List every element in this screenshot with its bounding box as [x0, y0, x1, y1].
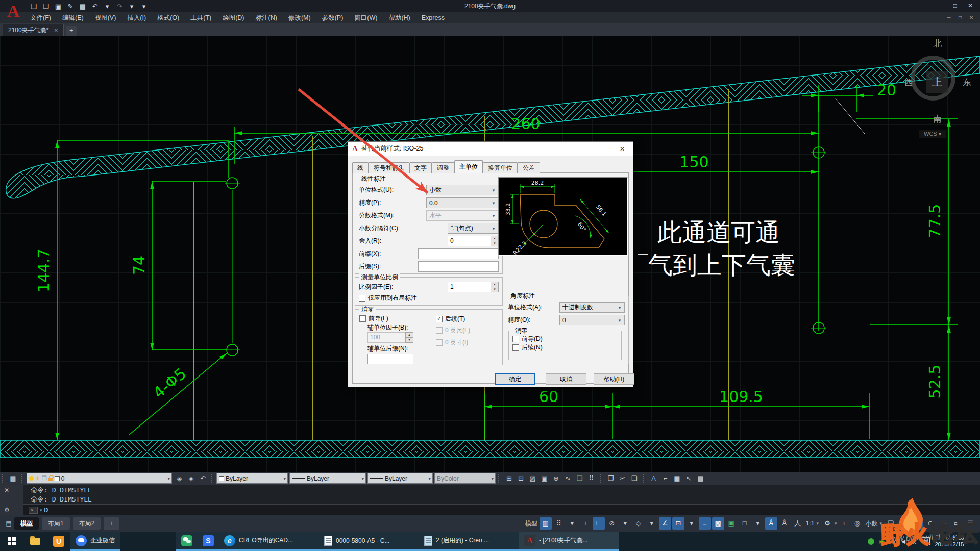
text-style-icon[interactable]: A [648, 473, 659, 484]
drawing-file-tab[interactable]: 2100夹手气囊* ✕ [3, 24, 64, 36]
viewcube-south[interactable]: 南 [933, 113, 942, 125]
annotation-visibility-icon[interactable]: Å [765, 517, 777, 530]
menu-item[interactable]: 绘图(D) [217, 12, 250, 23]
plot-icon[interactable]: ▤ [78, 3, 88, 10]
layout-only-checkbox[interactable] [359, 295, 365, 302]
otrack-icon[interactable]: ∠ [659, 517, 671, 530]
annotation-monitor-icon[interactable]: ❏ [885, 517, 897, 530]
polar-chevron-icon[interactable]: ▾ [619, 517, 631, 530]
orange-u-app-button[interactable]: U [47, 532, 70, 551]
nvidia-tray-icon[interactable]: ◉ [879, 538, 885, 545]
leading-zero-checkbox[interactable] [359, 315, 366, 322]
make-layer-current-icon[interactable]: ◈ [174, 473, 185, 484]
autocad-app-logo[interactable]: A [3, 1, 23, 22]
wecom-button[interactable]: 企业微信 [70, 532, 120, 551]
wcs-menu-button[interactable]: WCS ▾ [919, 130, 946, 138]
scale-factor-stepper[interactable]: 1▲▼ [448, 282, 499, 292]
layer-select[interactable]: ☀ ❐ 0 ▾ [27, 473, 172, 484]
viewcube-north[interactable]: 北 [933, 38, 942, 49]
ok-button[interactable]: 确定 [495, 373, 535, 385]
menu-item[interactable]: 文件(F) [24, 12, 57, 23]
graphics-performance-icon[interactable]: ◔ [911, 517, 923, 530]
tab-lines[interactable]: 线 [352, 162, 369, 173]
decimal-separator-select[interactable]: "."(句点)▾ [448, 223, 499, 234]
undo-menu-chevron[interactable]: ▾ [102, 3, 112, 10]
selection-cycling-icon[interactable]: ▣ [725, 517, 738, 530]
system-variable-monitor-icon[interactable]: ∿ [938, 517, 950, 530]
sheet-set-icon[interactable]: ❏ [574, 473, 585, 484]
ime-language-indicator[interactable]: 英 [911, 537, 917, 546]
geolocation-icon[interactable]: ⊕ [550, 473, 562, 484]
layer-properties-manager-icon[interactable]: ▤ [7, 473, 19, 484]
angular-trailing-checkbox[interactable] [512, 344, 519, 351]
close-button[interactable]: ✕ [963, 0, 978, 11]
paste-icon[interactable]: ❏ [628, 473, 640, 484]
layout-tabs-menu-icon[interactable]: ▤ [3, 520, 14, 527]
round-off-stepper[interactable]: 0▲▼ [448, 236, 499, 246]
redo-menu-chevron[interactable]: ▾ [127, 3, 137, 10]
tab-text[interactable]: 文字 [409, 162, 432, 173]
snap-chevron-icon[interactable]: ▾ [566, 517, 578, 530]
copy-with-basepoint-icon[interactable]: ❐ [605, 473, 617, 484]
ime-mode-icon[interactable]: ▦ [922, 537, 930, 545]
region-icon[interactable]: ▣ [538, 473, 550, 484]
osnap-chevron-icon[interactable]: ▾ [685, 517, 698, 530]
file-explorer-button[interactable] [23, 532, 47, 551]
dialog-title-bar[interactable]: A 替代当前样式: ISO-25 ✕ [348, 142, 633, 156]
lineweight-icon[interactable]: ≡ [699, 517, 711, 530]
annotation-autoscale-icon[interactable]: Å [778, 517, 791, 530]
tab-fit[interactable]: 调整 [432, 162, 454, 173]
ui-lock-icon[interactable]: ⊙ [924, 517, 937, 530]
transparency-icon[interactable]: ▩ [712, 517, 724, 530]
display-tray-icon[interactable]: ▭ [889, 538, 895, 545]
angular-precision-select[interactable]: 0▾ [559, 315, 625, 325]
menu-item[interactable]: 标注(N) [250, 12, 283, 23]
menu-item[interactable]: 编辑(E) [57, 12, 89, 23]
undo-icon[interactable]: ↶ [90, 3, 100, 10]
help-button[interactable]: 帮助(H) [594, 373, 634, 385]
new-file-icon[interactable]: ❑ [29, 3, 39, 10]
command-close-icon[interactable]: ✕ [4, 487, 9, 494]
save-icon[interactable]: ▣ [53, 3, 63, 10]
mleader-style-icon[interactable]: ↖ [683, 473, 695, 484]
tab-close-icon[interactable]: ✕ [54, 28, 58, 33]
volume-muted-icon[interactable]: ◄✕ [900, 538, 906, 545]
lineweight-select[interactable]: ByLayer▾ [368, 473, 433, 484]
menu-item[interactable]: 工具(T) [185, 12, 217, 23]
menu-item[interactable]: 帮助(H) [383, 12, 415, 23]
edge-window-button[interactable]: e CREO导出的CAD... [219, 532, 319, 551]
open-file-icon[interactable]: ❒ [41, 3, 51, 10]
viewcube-top-face[interactable]: 上 [926, 71, 948, 93]
annotation-scale-button[interactable]: 1:1▾ [806, 520, 819, 527]
menu-item[interactable]: 参数(P) [316, 12, 349, 23]
quick-select-icon[interactable]: ⊡ [515, 473, 527, 484]
ortho-icon[interactable]: ∟ [593, 517, 605, 530]
layer-previous-icon[interactable]: ↶ [197, 473, 209, 484]
tab-model[interactable]: 模型 [14, 517, 39, 530]
trailing-zero-checkbox[interactable] [436, 316, 443, 322]
snap-icon[interactable]: ⠿ [553, 517, 565, 530]
viewport-icon[interactable]: ⊞ [503, 473, 515, 484]
maximize-button[interactable]: □ [947, 0, 963, 11]
point-style-icon[interactable]: ⠿ [585, 473, 597, 484]
menu-item[interactable]: 窗口(W) [349, 12, 383, 23]
table-style-icon[interactable]: ▦ [671, 473, 683, 484]
tab-layout1[interactable]: 布局1 [42, 517, 70, 530]
isodraft-icon[interactable]: ◇ [632, 517, 645, 530]
tab-alternate-units[interactable]: 换算单位 [483, 162, 518, 173]
angular-format-select[interactable]: 十进制度数▾ [559, 302, 625, 313]
tray-overflow-icon[interactable]: ▭ [969, 538, 975, 545]
qat-customize-chevron[interactable]: ▾ [139, 3, 149, 10]
selection-chevron-icon[interactable]: ▾ [752, 517, 764, 530]
layer-match-icon[interactable]: ◈ [185, 473, 197, 484]
polar-tracking-icon[interactable]: ⊘ [606, 517, 618, 530]
menu-item[interactable]: 视图(V) [89, 12, 122, 23]
menu-item[interactable]: Express [416, 12, 450, 23]
precision-select[interactable]: 0.0▾ [426, 197, 499, 208]
hatch-icon[interactable]: ▨ [527, 473, 538, 484]
redo-icon[interactable]: ↷ [114, 3, 125, 10]
start-button[interactable] [0, 532, 23, 551]
cancel-button[interactable]: 取消 [546, 373, 586, 385]
annotation-note[interactable]: 此通道可通 气到上下气囊 [648, 218, 795, 279]
command-customize-icon[interactable]: ⚙ [4, 506, 10, 513]
